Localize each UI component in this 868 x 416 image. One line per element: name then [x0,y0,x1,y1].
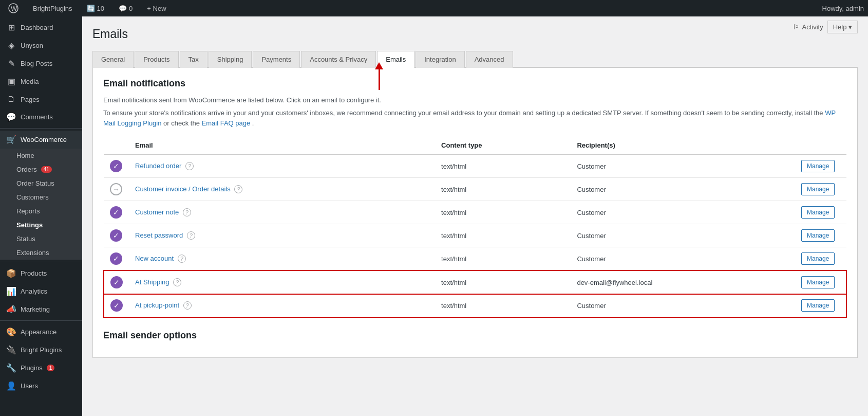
tab-accounts-privacy[interactable]: Accounts & Privacy [301,51,376,68]
activity-button[interactable]: 🏳 Activity [793,23,823,31]
recipient-cell: Customer [571,155,795,178]
flag-icon: 🏳 [793,23,800,31]
table-row: ✓ New account ? text/html Customer Manag… [104,247,846,271]
sidebar-item-bright-plugins[interactable]: 🔌 Bright Plugins [0,341,82,359]
sidebar-sub-order-status-label: Order Status [16,179,54,187]
table-row: ✓ Reset password ? text/html Customer Ma… [104,224,846,247]
tab-payments[interactable]: Payments [253,51,300,68]
sidebar-sub-orders[interactable]: Orders 41 [0,162,82,176]
manage-cell: Manage [795,178,846,201]
sidebar-label-unyson: Unyson [21,42,43,49]
manage-button[interactable]: Manage [801,252,835,265]
sidebar-item-dashboard[interactable]: ⊞ Dashboard [0,19,82,37]
recipient-cell: dev-email@flywheel.local [571,270,795,294]
sidebar-item-media[interactable]: ▣ Media [0,73,82,91]
wp-logo-item[interactable]: W [4,0,23,16]
content-type-cell: text/html [435,201,571,224]
tab-integration[interactable]: Integration [416,51,464,68]
sidebar-sub-extensions[interactable]: Extensions [0,246,82,260]
help-button[interactable]: Help ▾ [827,21,858,33]
email-link-at-pickup[interactable]: At pickup-point [135,301,179,309]
manage-cell: Manage [795,224,846,247]
sidebar-label-blog: Blog Posts [21,60,52,67]
sidebar-sub-settings[interactable]: Settings [0,218,82,232]
sidebar-item-products[interactable]: 📦 Products [0,264,82,282]
orders-badge: 41 [41,166,52,173]
sidebar-sub-customers[interactable]: Customers [0,190,82,204]
content-type-cell: text/html [435,247,571,271]
recipient-cell: Customer [571,294,795,318]
sidebar-item-appearance[interactable]: 🎨 Appearance [0,323,82,341]
manage-button[interactable]: Manage [801,299,835,312]
sidebar-item-users[interactable]: 👤 Users [0,377,82,395]
content-type-cell: text/html [435,270,571,294]
manage-cell: Manage [795,294,846,318]
tab-products[interactable]: Products [135,51,178,68]
status-cell: → [104,178,129,201]
email-faq-link[interactable]: Email FAQ page [202,119,251,127]
email-sender-title: Email sender options [103,330,847,341]
marketing-icon: 📣 [6,304,16,314]
email-name-cell: Customer invoice / Order details ? [129,178,435,201]
help-tooltip-icon[interactable]: ? [178,255,186,263]
sidebar-label-pages: Pages [21,96,40,103]
manage-button[interactable]: Manage [801,229,835,242]
svg-text:W: W [11,5,17,12]
products-icon: 📦 [6,268,16,278]
sidebar-item-marketing[interactable]: 📣 Marketing [0,300,82,318]
sidebar-item-woocommerce[interactable]: 🛒 WooCommerce [0,131,82,149]
sidebar-sub-status[interactable]: Status [0,232,82,246]
sidebar-label-comments: Comments [21,113,53,121]
manage-button[interactable]: Manage [801,183,835,195]
top-actions: 🏳 Activity Help ▾ [793,21,858,33]
status-enabled-icon: ✓ [110,160,122,172]
comments-item[interactable]: 💬 0 [115,0,137,16]
updates-item[interactable]: 🔄 10 [83,0,108,16]
email-link-customer-note[interactable]: Customer note [135,208,179,216]
blog-icon: ✎ [6,59,16,68]
tab-advanced[interactable]: Advanced [466,51,513,68]
sidebar-label-users: Users [21,382,38,390]
sidebar-item-unyson[interactable]: ◈ Unyson [0,37,82,55]
sidebar-sub-customers-label: Customers [16,193,49,201]
help-tooltip-icon[interactable]: ? [183,301,192,310]
sidebar-item-pages[interactable]: 🗋 Pages [0,91,82,108]
help-label: Help ▾ [833,23,852,31]
help-tooltip-icon[interactable]: ? [183,208,191,216]
col-recipient: Recipient(s) [571,136,795,155]
sidebar-item-comments[interactable]: 💬 Comments [0,108,82,126]
status-disabled-icon: → [110,183,122,195]
recipient-cell: Customer [571,247,795,271]
arrow-head [375,62,383,69]
email-link-new-account[interactable]: New account [135,255,174,262]
email-link-reset-password[interactable]: Reset password [135,231,183,239]
tab-shipping[interactable]: Shipping [209,51,252,68]
email-notifications-title: Email notifications [103,78,847,89]
sidebar-item-plugins[interactable]: 🔧 Plugins 1 [0,359,82,377]
comments-count: 0 [129,5,133,12]
comments-icon: 💬 [119,5,127,12]
manage-button[interactable]: Manage [801,206,835,219]
help-tooltip-icon[interactable]: ? [234,185,242,193]
sidebar-sub-reports[interactable]: Reports [0,204,82,218]
help-tooltip-icon[interactable]: ? [173,278,181,286]
help-tooltip-icon[interactable]: ? [187,231,195,240]
red-arrow [375,62,383,90]
sidebar-item-blog-posts[interactable]: ✎ Blog Posts [0,55,82,73]
sidebar-item-analytics[interactable]: 📊 Analytics [0,282,82,300]
help-tooltip-icon[interactable]: ? [185,162,194,170]
woo-icon: 🛒 [6,135,16,144]
email-link-at-shipping[interactable]: At Shipping [135,278,169,286]
manage-button[interactable]: Manage [801,160,835,172]
email-link-invoice[interactable]: Customer invoice / Order details [135,185,231,193]
tab-general[interactable]: General [92,51,134,68]
tab-tax[interactable]: Tax [180,51,207,68]
dashboard-icon: ⊞ [6,23,16,32]
email-link-refunded[interactable]: Refunded order [135,162,181,170]
admin-bar: W BrightPlugins 🔄 10 💬 0 + New Howdy, ad… [0,0,868,16]
sidebar-sub-home[interactable]: Home [0,149,82,162]
sidebar-sub-order-status[interactable]: Order Status [0,176,82,190]
site-name-item[interactable]: BrightPlugins [29,0,77,16]
new-item[interactable]: + New [143,0,170,16]
manage-button[interactable]: Manage [801,276,835,288]
